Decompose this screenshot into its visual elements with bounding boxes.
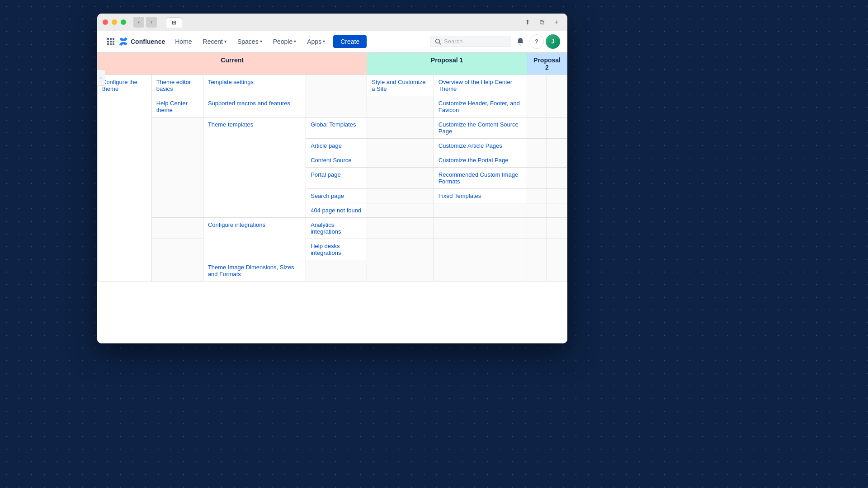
table-cell xyxy=(367,139,434,153)
table-link[interactable]: Customize the Portal Page xyxy=(439,157,509,164)
table-cell xyxy=(547,239,567,260)
table-cell xyxy=(527,218,547,239)
nav-people[interactable]: People xyxy=(269,35,301,48)
table-link[interactable]: Configure the theme xyxy=(102,79,137,92)
table-cell xyxy=(527,117,547,139)
table-link[interactable]: Template settings xyxy=(208,79,254,85)
table-cell xyxy=(434,203,527,218)
table-cell: Recommended Custom Image Formats xyxy=(434,168,527,189)
traffic-light-close[interactable] xyxy=(103,19,108,25)
table-link[interactable]: Analytics integrations xyxy=(311,221,341,235)
table-cell: Help desks integrations xyxy=(306,239,367,260)
table-cell: Theme templates xyxy=(203,117,306,218)
table-link[interactable]: Portal page xyxy=(311,171,341,178)
table-cell: Customize Header, Footer, and Favicon xyxy=(434,96,527,117)
table-cell xyxy=(367,203,434,218)
table-link[interactable]: Fixed Templates xyxy=(439,192,481,199)
table-link[interactable]: Theme Image Dimensions, Sizes and Format… xyxy=(208,264,294,277)
tab-bar: ⊞ xyxy=(166,17,182,28)
table-cell xyxy=(151,260,203,282)
table-cell xyxy=(547,117,567,139)
table-cell xyxy=(151,218,203,239)
logo-text: Confluence xyxy=(131,38,165,45)
table-cell: Customize Article Pages xyxy=(434,139,527,153)
browser-tab[interactable]: ⊞ xyxy=(166,17,182,28)
share-button[interactable]: ⬆ xyxy=(522,17,533,28)
traffic-light-maximize[interactable] xyxy=(121,19,126,25)
table-link[interactable]: Theme templates xyxy=(208,121,253,128)
confluence-logo[interactable]: Confluence xyxy=(119,37,165,46)
app-grid-icon[interactable] xyxy=(104,35,117,48)
table-link[interactable]: Theme editor basics xyxy=(156,79,191,92)
table-cell xyxy=(547,153,567,168)
table-link[interactable]: Supported macros and features xyxy=(208,100,290,107)
search-placeholder: Search xyxy=(444,38,462,45)
table-cell xyxy=(547,96,567,117)
table-link[interactable]: Content Source xyxy=(311,157,351,164)
table-cell: Theme Image Dimensions, Sizes and Format… xyxy=(203,260,306,282)
table-cell xyxy=(306,96,367,117)
back-button[interactable]: ‹ xyxy=(133,17,144,28)
nav-spaces[interactable]: Spaces xyxy=(233,35,267,48)
table-cell xyxy=(367,96,434,117)
table-cell xyxy=(527,96,547,117)
search-icon xyxy=(435,38,441,45)
table-link[interactable]: Configure integrations xyxy=(208,221,265,228)
tab-icon: ⊞ xyxy=(172,19,176,26)
table-cell xyxy=(434,239,527,260)
svg-rect-0 xyxy=(107,38,109,40)
svg-rect-3 xyxy=(107,41,109,42)
table-cell xyxy=(527,168,547,189)
table-cell xyxy=(434,260,527,282)
table-link[interactable]: Search page xyxy=(311,192,344,199)
table-cell xyxy=(547,203,567,218)
table-link[interactable]: Global Templates xyxy=(311,121,356,128)
table-cell: Portal page xyxy=(306,168,367,189)
table-link[interactable]: 404 page not found xyxy=(311,207,361,214)
table-cell: Style and Customize a Site xyxy=(367,75,434,96)
user-avatar[interactable]: J xyxy=(546,34,560,49)
nav-home[interactable]: Home xyxy=(170,35,196,48)
comparison-table: Current Proposal 1 Proposal 2 Configure … xyxy=(97,52,567,282)
svg-line-10 xyxy=(439,42,441,44)
table-link[interactable]: Customize Header, Footer, and Favicon xyxy=(439,100,520,113)
table-link[interactable]: Article page xyxy=(311,142,342,149)
table-cell xyxy=(367,168,434,189)
table-cell xyxy=(547,75,567,96)
table-link[interactable]: Recommended Custom Image Formats xyxy=(439,171,518,185)
notifications-button[interactable] xyxy=(513,34,528,49)
table-cell: Supported macros and features xyxy=(203,96,306,117)
table-cell xyxy=(527,75,547,96)
table-link[interactable]: Customize Article Pages xyxy=(439,142,502,149)
table-row: Theme Image Dimensions, Sizes and Format… xyxy=(98,260,567,282)
search-box[interactable]: Search xyxy=(430,36,511,47)
confluence-navbar: Confluence Home Recent Spaces People App… xyxy=(97,31,567,52)
nav-recent[interactable]: Recent xyxy=(198,35,231,48)
sidebar-toggle[interactable]: › xyxy=(97,70,105,86)
traffic-light-minimize[interactable] xyxy=(112,19,117,25)
nav-apps[interactable]: Apps xyxy=(302,35,330,48)
table-cell: Content Source xyxy=(306,153,367,168)
svg-rect-5 xyxy=(113,41,114,42)
table-cell xyxy=(434,218,527,239)
help-button[interactable]: ? xyxy=(529,34,544,49)
add-tab-button[interactable]: ＋ xyxy=(551,17,562,28)
table-cell: Global Templates xyxy=(306,117,367,139)
table-link[interactable]: Help desks integrations xyxy=(311,243,341,256)
copy-button[interactable]: ⧉ xyxy=(537,17,547,28)
table-link[interactable]: Style and Customize a Site xyxy=(372,79,425,92)
table-cell xyxy=(527,153,547,168)
browser-navigation: ‹ › xyxy=(133,17,157,28)
table-link[interactable]: Help Center theme xyxy=(156,100,188,113)
table-link[interactable]: Customize the Content Source Page xyxy=(439,121,519,135)
table-cell: Configure integrations xyxy=(203,218,306,260)
table-row: Help Center themeSupported macros and fe… xyxy=(98,96,567,117)
table-link[interactable]: Overview of the Help Center Theme xyxy=(439,79,512,92)
table-cell xyxy=(547,260,567,282)
table-cell xyxy=(367,260,434,282)
table-cell xyxy=(306,75,367,96)
create-button[interactable]: Create xyxy=(333,35,367,48)
forward-button[interactable]: › xyxy=(146,17,157,28)
content-area[interactable]: Current Proposal 1 Proposal 2 Configure … xyxy=(97,52,567,343)
svg-rect-2 xyxy=(113,38,114,40)
